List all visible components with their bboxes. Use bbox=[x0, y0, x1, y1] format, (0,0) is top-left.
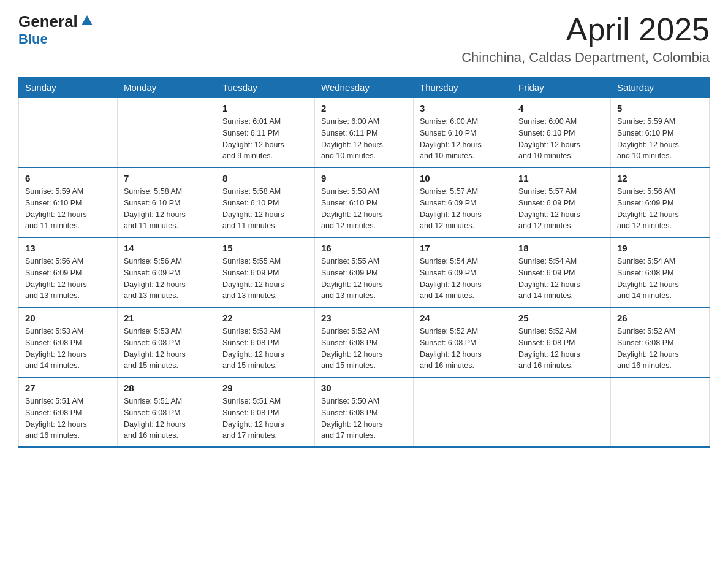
day-number: 20 bbox=[25, 313, 111, 323]
header-cell-friday: Friday bbox=[512, 77, 611, 98]
day-number: 21 bbox=[124, 313, 210, 323]
day-info: Sunrise: 5:54 AM Sunset: 6:08 PM Dayligh… bbox=[617, 256, 703, 302]
day-number: 14 bbox=[124, 243, 210, 253]
day-info: Sunrise: 5:59 AM Sunset: 6:10 PM Dayligh… bbox=[617, 116, 703, 162]
title-block: April 2025 Chinchina, Caldas Department,… bbox=[461, 12, 710, 66]
day-cell: 19Sunrise: 5:54 AM Sunset: 6:08 PM Dayli… bbox=[611, 237, 710, 307]
day-cell bbox=[512, 377, 611, 447]
header-cell-thursday: Thursday bbox=[414, 77, 512, 98]
day-number: 19 bbox=[617, 243, 703, 253]
svg-marker-0 bbox=[82, 15, 93, 25]
day-cell: 24Sunrise: 5:52 AM Sunset: 6:08 PM Dayli… bbox=[414, 307, 512, 377]
day-info: Sunrise: 5:53 AM Sunset: 6:08 PM Dayligh… bbox=[25, 326, 111, 372]
day-number: 2 bbox=[321, 103, 407, 113]
day-info: Sunrise: 5:58 AM Sunset: 6:10 PM Dayligh… bbox=[124, 186, 210, 232]
day-cell: 5Sunrise: 5:59 AM Sunset: 6:10 PM Daylig… bbox=[611, 98, 710, 168]
day-cell: 13Sunrise: 5:56 AM Sunset: 6:09 PM Dayli… bbox=[19, 237, 118, 307]
day-cell bbox=[611, 377, 710, 447]
day-number: 28 bbox=[124, 383, 210, 393]
day-cell: 30Sunrise: 5:50 AM Sunset: 6:08 PM Dayli… bbox=[315, 377, 414, 447]
day-number: 27 bbox=[25, 383, 111, 393]
day-number: 29 bbox=[222, 383, 308, 393]
day-info: Sunrise: 5:51 AM Sunset: 6:08 PM Dayligh… bbox=[124, 396, 210, 442]
day-number: 25 bbox=[518, 313, 604, 323]
day-info: Sunrise: 5:53 AM Sunset: 6:08 PM Dayligh… bbox=[124, 326, 210, 372]
header-row: SundayMondayTuesdayWednesdayThursdayFrid… bbox=[19, 77, 710, 98]
logo-triangle-icon bbox=[80, 14, 94, 28]
day-number: 11 bbox=[518, 173, 604, 183]
header-cell-monday: Monday bbox=[118, 77, 216, 98]
day-info: Sunrise: 5:53 AM Sunset: 6:08 PM Dayligh… bbox=[222, 326, 308, 372]
day-number: 30 bbox=[321, 383, 407, 393]
day-info: Sunrise: 6:00 AM Sunset: 6:10 PM Dayligh… bbox=[518, 116, 604, 162]
day-number: 10 bbox=[420, 173, 506, 183]
day-cell: 28Sunrise: 5:51 AM Sunset: 6:08 PM Dayli… bbox=[118, 377, 216, 447]
day-number: 3 bbox=[420, 103, 506, 113]
header-cell-saturday: Saturday bbox=[611, 77, 710, 98]
day-number: 16 bbox=[321, 243, 407, 253]
day-info: Sunrise: 5:55 AM Sunset: 6:09 PM Dayligh… bbox=[321, 256, 407, 302]
day-cell: 18Sunrise: 5:54 AM Sunset: 6:09 PM Dayli… bbox=[512, 237, 611, 307]
day-cell: 16Sunrise: 5:55 AM Sunset: 6:09 PM Dayli… bbox=[315, 237, 414, 307]
day-info: Sunrise: 5:56 AM Sunset: 6:09 PM Dayligh… bbox=[617, 186, 703, 232]
day-info: Sunrise: 5:58 AM Sunset: 6:10 PM Dayligh… bbox=[321, 186, 407, 232]
day-cell: 27Sunrise: 5:51 AM Sunset: 6:08 PM Dayli… bbox=[19, 377, 118, 447]
day-number: 18 bbox=[518, 243, 604, 253]
header-cell-sunday: Sunday bbox=[19, 77, 118, 98]
day-number: 13 bbox=[25, 243, 111, 253]
day-cell: 29Sunrise: 5:51 AM Sunset: 6:08 PM Dayli… bbox=[216, 377, 315, 447]
day-number: 9 bbox=[321, 173, 407, 183]
day-number: 24 bbox=[420, 313, 506, 323]
header-cell-wednesday: Wednesday bbox=[315, 77, 414, 98]
day-info: Sunrise: 6:01 AM Sunset: 6:11 PM Dayligh… bbox=[222, 116, 308, 162]
logo-general-text: General bbox=[18, 12, 78, 31]
day-cell: 12Sunrise: 5:56 AM Sunset: 6:09 PM Dayli… bbox=[611, 167, 710, 237]
day-info: Sunrise: 5:52 AM Sunset: 6:08 PM Dayligh… bbox=[321, 326, 407, 372]
day-cell bbox=[414, 377, 512, 447]
day-number: 12 bbox=[617, 173, 703, 183]
day-number: 26 bbox=[617, 313, 703, 323]
main-title: April 2025 bbox=[461, 12, 710, 47]
day-cell: 1Sunrise: 6:01 AM Sunset: 6:11 PM Daylig… bbox=[216, 98, 315, 168]
day-cell: 23Sunrise: 5:52 AM Sunset: 6:08 PM Dayli… bbox=[315, 307, 414, 377]
day-info: Sunrise: 5:56 AM Sunset: 6:09 PM Dayligh… bbox=[124, 256, 210, 302]
day-cell: 4Sunrise: 6:00 AM Sunset: 6:10 PM Daylig… bbox=[512, 98, 611, 168]
day-number: 1 bbox=[222, 103, 308, 113]
week-row-4: 20Sunrise: 5:53 AM Sunset: 6:08 PM Dayli… bbox=[19, 307, 710, 377]
day-number: 22 bbox=[222, 313, 308, 323]
logo-blue-text: Blue bbox=[18, 31, 48, 47]
subtitle: Chinchina, Caldas Department, Colombia bbox=[461, 50, 710, 66]
day-number: 7 bbox=[124, 173, 210, 183]
day-info: Sunrise: 5:51 AM Sunset: 6:08 PM Dayligh… bbox=[25, 396, 111, 442]
calendar-header: SundayMondayTuesdayWednesdayThursdayFrid… bbox=[19, 77, 710, 98]
day-number: 4 bbox=[518, 103, 604, 113]
day-info: Sunrise: 5:54 AM Sunset: 6:09 PM Dayligh… bbox=[420, 256, 506, 302]
day-cell: 21Sunrise: 5:53 AM Sunset: 6:08 PM Dayli… bbox=[118, 307, 216, 377]
day-number: 6 bbox=[25, 173, 111, 183]
day-info: Sunrise: 5:52 AM Sunset: 6:08 PM Dayligh… bbox=[617, 326, 703, 372]
day-cell: 22Sunrise: 5:53 AM Sunset: 6:08 PM Dayli… bbox=[216, 307, 315, 377]
day-cell: 11Sunrise: 5:57 AM Sunset: 6:09 PM Dayli… bbox=[512, 167, 611, 237]
day-cell bbox=[118, 98, 216, 168]
day-info: Sunrise: 5:52 AM Sunset: 6:08 PM Dayligh… bbox=[420, 326, 506, 372]
day-info: Sunrise: 6:00 AM Sunset: 6:10 PM Dayligh… bbox=[420, 116, 506, 162]
week-row-1: 1Sunrise: 6:01 AM Sunset: 6:11 PM Daylig… bbox=[19, 98, 710, 168]
day-number: 23 bbox=[321, 313, 407, 323]
day-number: 17 bbox=[420, 243, 506, 253]
day-info: Sunrise: 5:58 AM Sunset: 6:10 PM Dayligh… bbox=[222, 186, 308, 232]
day-cell: 25Sunrise: 5:52 AM Sunset: 6:08 PM Dayli… bbox=[512, 307, 611, 377]
header-cell-tuesday: Tuesday bbox=[216, 77, 315, 98]
week-row-5: 27Sunrise: 5:51 AM Sunset: 6:08 PM Dayli… bbox=[19, 377, 710, 447]
day-cell: 14Sunrise: 5:56 AM Sunset: 6:09 PM Dayli… bbox=[118, 237, 216, 307]
day-info: Sunrise: 5:57 AM Sunset: 6:09 PM Dayligh… bbox=[518, 186, 604, 232]
day-cell: 26Sunrise: 5:52 AM Sunset: 6:08 PM Dayli… bbox=[611, 307, 710, 377]
day-info: Sunrise: 5:52 AM Sunset: 6:08 PM Dayligh… bbox=[518, 326, 604, 372]
day-info: Sunrise: 5:50 AM Sunset: 6:08 PM Dayligh… bbox=[321, 396, 407, 442]
day-cell: 6Sunrise: 5:59 AM Sunset: 6:10 PM Daylig… bbox=[19, 167, 118, 237]
day-cell bbox=[19, 98, 118, 168]
day-cell: 17Sunrise: 5:54 AM Sunset: 6:09 PM Dayli… bbox=[414, 237, 512, 307]
day-cell: 10Sunrise: 5:57 AM Sunset: 6:09 PM Dayli… bbox=[414, 167, 512, 237]
day-cell: 8Sunrise: 5:58 AM Sunset: 6:10 PM Daylig… bbox=[216, 167, 315, 237]
day-info: Sunrise: 5:55 AM Sunset: 6:09 PM Dayligh… bbox=[222, 256, 308, 302]
day-info: Sunrise: 5:57 AM Sunset: 6:09 PM Dayligh… bbox=[420, 186, 506, 232]
